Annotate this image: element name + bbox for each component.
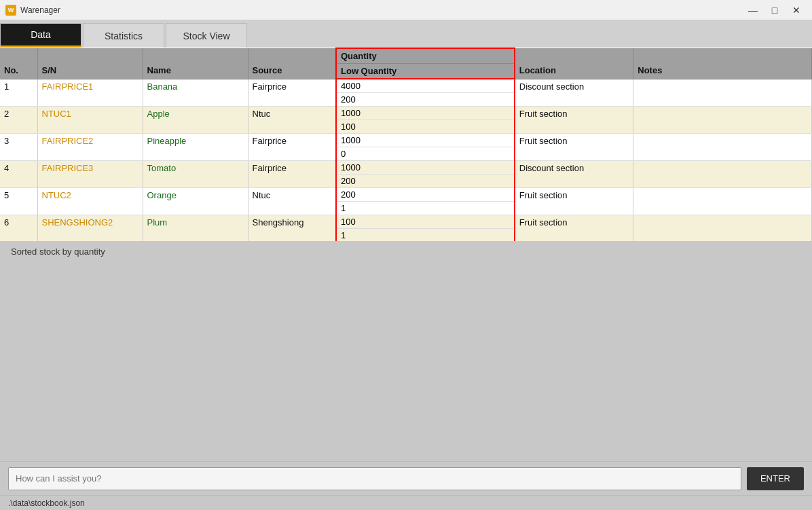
bottom-bar: ENTER — [0, 461, 812, 495]
table-body: 1 FAIRPRICE1 Banana Fairprice 4000 200 D… — [0, 79, 812, 241]
close-button[interactable]: ✕ — [786, 3, 807, 17]
cell-location: Fruit section — [515, 107, 633, 134]
cell-location: Discount section — [515, 161, 633, 188]
cell-sn: NTUC1 — [37, 107, 143, 134]
header-location: Location — [515, 48, 633, 79]
empty-area — [0, 268, 812, 462]
cell-source: Ntuc — [248, 188, 336, 215]
cell-qty: 100 1 — [336, 215, 515, 241]
minimize-button[interactable]: — — [743, 3, 763, 17]
cell-location: Fruit section — [515, 188, 633, 215]
table-row: 4 FAIRPRICE3 Tomato Fairprice 1000 200 D… — [0, 161, 812, 188]
cell-no: 3 — [0, 134, 37, 161]
cell-no: 1 — [0, 79, 37, 107]
cell-location: Fruit section — [515, 215, 633, 241]
footer-path: .\data\stockbook.json — [0, 495, 812, 510]
cell-qty: 1000 200 — [336, 161, 515, 188]
maximize-button[interactable]: □ — [764, 3, 785, 17]
status-text: Sorted stock by quantity — [11, 247, 105, 257]
header-quantity-group: Quantity — [336, 48, 515, 64]
cell-no: 2 — [0, 107, 37, 134]
tab-bar: Data Statistics Stock View — [0, 20, 812, 48]
cell-qty: 1000 100 — [336, 107, 515, 134]
cell-notes — [633, 188, 812, 215]
cell-name: Orange — [143, 188, 248, 215]
header-low-quantity: Low Quantity — [336, 64, 515, 79]
header-notes: Notes — [633, 48, 812, 79]
table-row: 1 FAIRPRICE1 Banana Fairprice 4000 200 D… — [0, 79, 812, 107]
cell-notes — [633, 161, 812, 188]
cell-source: Fairprice — [248, 161, 336, 188]
cell-name: Banana — [143, 79, 248, 107]
cell-notes — [633, 107, 812, 134]
table-row: 6 SHENGSHIONG2 Plum Shengshiong 100 1 Fr… — [0, 215, 812, 241]
enter-button[interactable]: ENTER — [747, 467, 804, 490]
cell-location: Discount section — [515, 79, 633, 107]
cell-notes — [633, 215, 812, 241]
header-name: Name — [143, 48, 248, 79]
title-bar: W Warenager — □ ✕ — [0, 0, 812, 20]
cell-no: 4 — [0, 161, 37, 188]
cell-source: Fairprice — [248, 134, 336, 161]
cell-qty: 4000 200 — [336, 79, 515, 107]
main-content: No. S/N Name Source Quantity Location No… — [0, 48, 812, 510]
cell-source: Fairprice — [248, 79, 336, 107]
cell-sn: FAIRPRICE3 — [37, 161, 143, 188]
window-controls: — □ ✕ — [743, 3, 807, 17]
cell-name: Apple — [143, 107, 248, 134]
cell-sn: NTUC2 — [37, 188, 143, 215]
cell-no: 6 — [0, 215, 37, 241]
cell-source: Ntuc — [248, 107, 336, 134]
cell-qty: 200 1 — [336, 188, 515, 215]
cell-notes — [633, 79, 812, 107]
cell-sn: SHENGSHIONG2 — [37, 215, 143, 241]
app-title: Warenager — [20, 5, 743, 15]
cell-notes — [633, 134, 812, 161]
cell-location: Fruit section — [515, 134, 633, 161]
table-row: 3 FAIRPRICE2 Pineapple Fairprice 1000 0 … — [0, 134, 812, 161]
data-table: No. S/N Name Source Quantity Location No… — [0, 48, 812, 241]
table-row: 2 NTUC1 Apple Ntuc 1000 100 Fruit sectio… — [0, 107, 812, 134]
cell-sn: FAIRPRICE1 — [37, 79, 143, 107]
file-path: .\data\stockbook.json — [8, 498, 85, 508]
header-sn: S/N — [37, 48, 143, 79]
cell-qty: 1000 0 — [336, 134, 515, 161]
header-source: Source — [248, 48, 336, 79]
status-area: Sorted stock by quantity — [0, 241, 812, 268]
chat-input[interactable] — [8, 467, 741, 490]
cell-name: Pineapple — [143, 134, 248, 161]
cell-no: 5 — [0, 188, 37, 215]
table-header-row: No. S/N Name Source Quantity Location No… — [0, 48, 812, 64]
header-no: No. — [0, 48, 37, 79]
table-row: 5 NTUC2 Orange Ntuc 200 1 Fruit section — [0, 188, 812, 215]
tab-stockview[interactable]: Stock View — [166, 23, 247, 48]
tab-statistics[interactable]: Statistics — [83, 23, 164, 48]
cell-name: Plum — [143, 215, 248, 241]
cell-source: Shengshiong — [248, 215, 336, 241]
app-icon: W — [5, 5, 16, 16]
cell-sn: FAIRPRICE2 — [37, 134, 143, 161]
tab-data[interactable]: Data — [0, 23, 81, 48]
data-table-container[interactable]: No. S/N Name Source Quantity Location No… — [0, 48, 812, 241]
cell-name: Tomato — [143, 161, 248, 188]
